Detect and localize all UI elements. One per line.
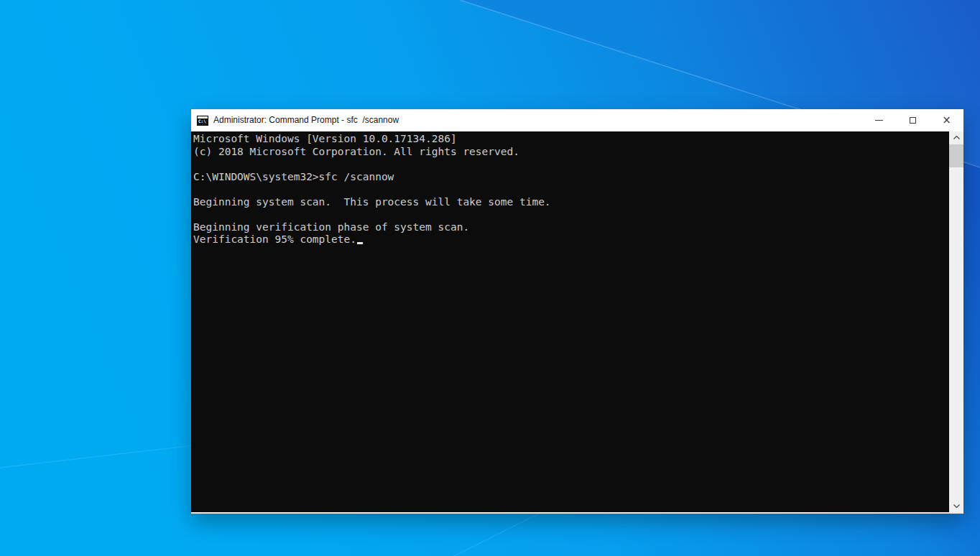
command-prompt-window: C:\ Administrator: Command Prompt - sfc … [191,109,963,514]
chevron-up-icon [953,136,960,139]
minimize-button[interactable] [862,109,896,131]
command-prompt-icon-glyph: C:\ [198,119,206,124]
terminal-progress-text: Verification 95% complete. [193,233,356,245]
terminal-output[interactable]: Microsoft Windows [Version 10.0.17134.28… [191,131,949,512]
terminal-line [193,208,949,221]
chevron-down-icon [953,504,960,508]
scrollbar-track[interactable] [949,144,963,500]
text-cursor [357,242,363,244]
maximize-icon [910,117,916,124]
terminal-line: (c) 2018 Microsoft Corporation. All righ… [193,146,949,159]
close-button[interactable]: × [930,109,963,131]
terminal-line-prompt: C:\WINDOWS\system32>sfc /scannow [193,171,949,184]
command-prompt-icon: C:\ [197,116,208,126]
titlebar[interactable]: C:\ Administrator: Command Prompt - sfc … [191,109,963,131]
window-controls: × [862,109,963,131]
scroll-down-button[interactable] [949,500,963,512]
maximize-button[interactable] [896,109,930,131]
desktop: C:\ Administrator: Command Prompt - sfc … [0,0,980,556]
terminal-line: Beginning verification phase of system s… [193,221,949,234]
terminal-line: Beginning system scan. This process will… [193,196,949,209]
close-icon: × [942,115,951,126]
window-title: Administrator: Command Prompt - sfc /sca… [213,115,399,125]
scroll-up-button[interactable] [949,131,963,144]
terminal-line [193,183,949,196]
terminal-line: Microsoft Windows [Version 10.0.17134.28… [193,133,949,146]
terminal-line-progress: Verification 95% complete. [193,233,949,246]
scrollbar[interactable] [949,131,963,512]
terminal-line [193,158,949,171]
minimize-icon [875,120,883,121]
scrollbar-thumb[interactable] [949,144,963,167]
